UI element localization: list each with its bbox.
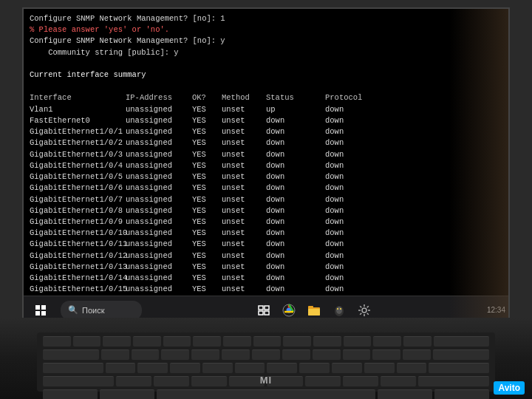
terminal-row-gi4: GigabitEthernet1/0/4unassignedYESunsetdo… xyxy=(30,160,502,171)
windows-logo-icon xyxy=(35,304,47,316)
avito-badge: Avito xyxy=(494,381,525,395)
key[interactable] xyxy=(161,349,189,360)
search-icon: 🔍 xyxy=(68,305,78,315)
key-altgr[interactable] xyxy=(378,389,432,399)
key-ctrl-r[interactable] xyxy=(434,389,489,399)
svg-rect-1 xyxy=(41,305,46,310)
terminal-summary-header: Current interface summary xyxy=(30,69,502,81)
terminal-blank-1 xyxy=(30,58,502,69)
key[interactable] xyxy=(397,363,427,373)
key[interactable] xyxy=(364,363,395,373)
key[interactable] xyxy=(253,336,282,347)
settings-icon xyxy=(358,304,371,317)
key-enter[interactable] xyxy=(433,349,489,360)
key[interactable] xyxy=(299,363,330,373)
key[interactable] xyxy=(132,349,160,360)
key[interactable] xyxy=(137,363,168,373)
terminal-line-1: % Please answer 'yes' or 'no'. xyxy=(30,24,502,35)
taskbar-search-label: Поиск xyxy=(82,306,104,315)
key[interactable] xyxy=(163,336,191,347)
task-view-icon xyxy=(258,304,270,316)
key[interactable] xyxy=(267,376,302,386)
terminal-row-gi13: GigabitEthernet1/0/13unassignedYESunsetd… xyxy=(30,262,502,273)
svg-point-18 xyxy=(337,308,338,310)
terminal-row-gi8: GigabitEthernet1/0/8unassignedYESunsetdo… xyxy=(30,205,502,216)
key[interactable] xyxy=(403,336,432,347)
key-shift-l[interactable] xyxy=(43,376,114,386)
svg-rect-15 xyxy=(308,306,313,309)
terminal-row-gi14: GigabitEthernet1/0/14unassignedYESunsetd… xyxy=(30,273,502,284)
key[interactable] xyxy=(116,376,151,386)
terminal-row-gi7: GigabitEthernet1/0/7unassignedYESunsetdo… xyxy=(30,194,502,205)
key[interactable] xyxy=(372,349,400,360)
svg-rect-0 xyxy=(35,305,40,310)
svg-point-17 xyxy=(336,307,342,314)
keyboard-row-5 xyxy=(43,389,489,399)
key-shift-r[interactable] xyxy=(418,376,489,386)
taskbar-search-bar[interactable]: 🔍 Поиск xyxy=(61,301,142,320)
key[interactable] xyxy=(154,376,189,386)
terminal-row-gi3: GigabitEthernet1/0/3unassignedYESunsetdo… xyxy=(30,149,502,160)
svg-point-20 xyxy=(362,308,366,313)
key[interactable] xyxy=(170,363,200,373)
key-backspace[interactable] xyxy=(434,336,489,347)
key[interactable] xyxy=(267,363,297,373)
chrome-icon xyxy=(282,304,296,317)
key[interactable] xyxy=(252,349,280,360)
terminal-row-gi11: GigabitEthernet1/0/11unassignedYESunsetd… xyxy=(30,239,502,250)
key[interactable] xyxy=(101,349,129,360)
key[interactable] xyxy=(305,376,341,386)
key[interactable] xyxy=(332,363,362,373)
key[interactable] xyxy=(133,336,161,347)
laptop-bottom-bezel: MI xyxy=(0,318,532,399)
svg-rect-2 xyxy=(35,311,40,316)
terminal-col-header: InterfaceIP-AddressOK?MethodStatusProtoc… xyxy=(30,92,502,103)
key-alt[interactable] xyxy=(100,389,154,399)
keyboard-row-3 xyxy=(43,363,489,373)
key[interactable] xyxy=(403,349,431,360)
key-caps[interactable] xyxy=(43,363,103,373)
avito-logo: Avito xyxy=(498,383,520,393)
key[interactable] xyxy=(191,349,219,360)
key[interactable] xyxy=(373,336,401,347)
key-enter-2[interactable] xyxy=(429,363,489,373)
svg-rect-7 xyxy=(265,311,269,315)
key[interactable] xyxy=(235,363,265,373)
key[interactable] xyxy=(343,349,371,360)
key[interactable] xyxy=(191,376,227,386)
keyboard-row-2 xyxy=(43,349,489,360)
penguin-icon xyxy=(332,304,346,317)
key[interactable] xyxy=(73,336,101,347)
key-tab[interactable] xyxy=(43,349,99,360)
terminal-row-vlan1: Vlan1unassignedYESunsetupdown xyxy=(30,104,502,115)
key[interactable] xyxy=(222,349,250,360)
terminal-row-gi2: GigabitEthernet1/0/2unassignedYESunsetdo… xyxy=(30,137,502,149)
key[interactable] xyxy=(193,336,221,347)
key[interactable] xyxy=(313,349,341,360)
key[interactable] xyxy=(103,336,131,347)
key-space[interactable] xyxy=(157,389,375,399)
key[interactable] xyxy=(202,363,233,373)
terminal-row-gi6: GigabitEthernet1/0/6unassignedYESunsetdo… xyxy=(30,183,502,194)
key[interactable] xyxy=(106,363,136,373)
taskbar-right: 12:34 xyxy=(487,306,510,314)
terminal-window[interactable]: Configure SNMP Network Management? [no]:… xyxy=(24,9,508,297)
key[interactable] xyxy=(381,376,416,386)
svg-rect-4 xyxy=(259,306,263,310)
key[interactable] xyxy=(223,336,251,347)
svg-rect-14 xyxy=(308,309,320,316)
svg-rect-5 xyxy=(265,306,269,310)
key[interactable] xyxy=(43,336,71,347)
terminal-line-3: Community string [public]: y xyxy=(30,47,502,58)
laptop-screen: Configure SNMP Network Management? [no]:… xyxy=(22,7,510,325)
key[interactable] xyxy=(343,376,378,386)
terminal-line-0: Configure SNMP Network Management? [no]:… xyxy=(30,13,502,24)
key[interactable] xyxy=(344,336,372,347)
mi-logo: MI xyxy=(260,375,272,386)
terminal-blank-2 xyxy=(30,81,502,92)
key[interactable] xyxy=(283,336,311,347)
svg-rect-6 xyxy=(259,311,263,315)
key-ctrl-l[interactable] xyxy=(43,389,98,399)
key[interactable] xyxy=(313,336,341,347)
key[interactable] xyxy=(282,349,310,360)
